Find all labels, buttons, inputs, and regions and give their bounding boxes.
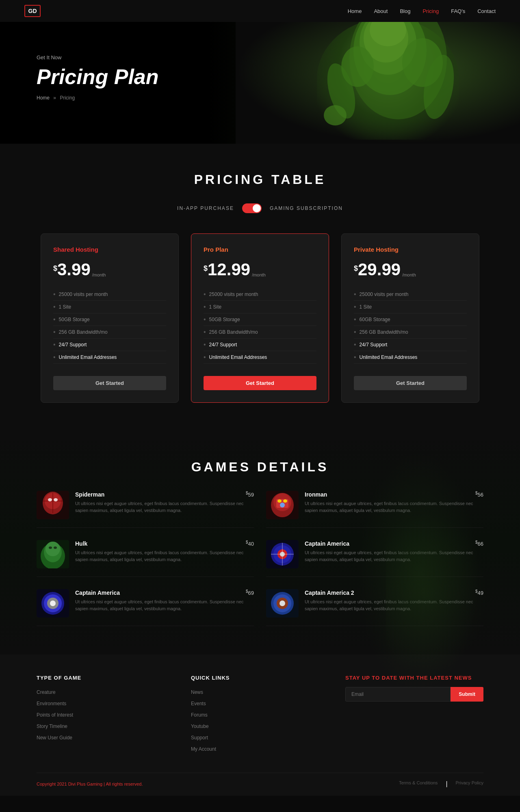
captain3-thumbnail (266, 589, 299, 618)
navbar: GD Home About Blog Pricing FAQ's Contact (0, 0, 520, 22)
spiderman-thumbnail (37, 491, 69, 519)
footer-link-points[interactable]: Points of Interest (37, 712, 73, 718)
svg-point-41 (50, 600, 56, 606)
footer-col1-links: Creature Environments Points of Interest… (37, 688, 175, 741)
game-item-captain1: Captain America $66 Ut ultrices nisi ege… (266, 540, 483, 577)
pricing-section: PRICING TABLE IN-APP PURCHASE GAMING SUB… (0, 144, 520, 431)
game-info-spiderman: Spiderman $59 Ut ultrices nisi eget augu… (75, 491, 254, 519)
plan-name-pro: Pro Plan (204, 246, 316, 253)
price-period-3: /month (402, 272, 416, 277)
game-thumb-ironman (266, 491, 299, 519)
price-period-1: /month (92, 272, 106, 277)
game-name-captain3: Captain America 2 (305, 590, 354, 596)
billing-toggle-row: IN-APP PURCHASE GAMING SUBSCRIPTION (37, 203, 483, 213)
ironman-thumbnail (266, 491, 299, 519)
footer-link-creature[interactable]: Creature (37, 689, 56, 695)
nav-home[interactable]: Home (348, 8, 362, 14)
feature-item: 25000 visits per month (354, 288, 467, 301)
footer-link-support[interactable]: Support (191, 735, 208, 741)
footer-link-forums[interactable]: Forums (191, 712, 208, 718)
game-thumb-spiderman (37, 491, 69, 519)
svg-point-29 (54, 546, 57, 549)
svg-point-28 (49, 546, 52, 549)
game-item-spiderman: Spiderman $59 Ut ultrices nisi eget augu… (37, 491, 254, 528)
game-item-ironman: Ironman $56 Ut ultrices nisi eget augue … (266, 491, 483, 528)
game-price-spiderman: $59 (246, 491, 254, 498)
get-started-button-pro[interactable]: Get Started (204, 376, 316, 390)
footer-link-news[interactable]: News (191, 689, 203, 695)
footer-col-game-types: TYPE OF GAME Creature Environments Point… (37, 675, 175, 756)
svg-point-46 (280, 600, 285, 606)
price-amount-3: 29.99 (358, 261, 401, 278)
game-desc-captain1: Ut ultrices nisi eget augue ultrices, eg… (305, 549, 483, 563)
pricing-section-title: PRICING TABLE (37, 172, 483, 187)
footer-link-myaccount[interactable]: My Account (191, 746, 216, 752)
footer-link-separator: | (446, 780, 447, 788)
game-item-hulk: Hulk $40 Ut ultrices nisi eget augue ult… (37, 540, 254, 577)
toggle-thumb (253, 204, 261, 212)
footer-link-story[interactable]: Story Timeline (37, 723, 67, 729)
feature-item: 60GB Storage (354, 313, 467, 326)
svg-point-15 (48, 498, 52, 501)
nav-faqs[interactable]: FAQ's (451, 8, 465, 14)
game-name-ironman: Ironman (305, 491, 327, 498)
plan-name-private: Private Hosting (354, 246, 467, 253)
plan-name-shared: Shared Hosting (53, 246, 166, 253)
privacy-link[interactable]: Privacy Policy (456, 780, 483, 788)
game-info-hulk: Hulk $40 Ut ultrices nisi eget augue ult… (75, 540, 254, 568)
feature-item: 256 GB Bandwidth/mo (53, 326, 166, 339)
game-info-captain3: Captain America 2 $49 Ut ultrices nisi e… (305, 589, 483, 618)
game-thumb-captain2 (37, 589, 69, 618)
plan-price-pro: $ 12.99 /month (204, 261, 316, 278)
hero-content: Get It Now Pricing Plan Home » Pricing (0, 22, 520, 133)
game-desc-ironman: Ut ultrices nisi eget augue ultrices, eg… (305, 500, 483, 514)
terms-link[interactable]: Terms & Conditions (399, 780, 438, 788)
feature-item: 1 Site (204, 301, 316, 313)
plan-features-shared: 25000 visits per month 1 Site 50GB Stora… (53, 288, 166, 364)
feature-item: 1 Site (354, 301, 467, 313)
footer-link-environments[interactable]: Environments (37, 701, 66, 706)
breadcrumb: Home » Pricing (37, 95, 483, 101)
nav-pricing[interactable]: Pricing (422, 8, 439, 14)
footer-link-youtube[interactable]: Youtube (191, 723, 209, 729)
game-info-captain1: Captain America $66 Ut ultrices nisi ege… (305, 540, 483, 568)
plan-features-private: 25000 visits per month 1 Site 60GB Stora… (354, 288, 467, 364)
game-header-spiderman: Spiderman $59 (75, 491, 254, 498)
feature-item-highlight: Unlimited Email Addresses (354, 351, 467, 364)
pricing-card-pro: Pro Plan $ 12.99 /month 25000 visits per… (191, 233, 329, 403)
brand-name: Divi Plus Gaming (68, 782, 102, 786)
footer-col2-links: News Events Forums Youtube Support My Ac… (191, 688, 329, 752)
captain1-thumbnail (266, 540, 299, 568)
game-header-hulk: Hulk $40 (75, 540, 254, 547)
footer-link-events[interactable]: Events (191, 701, 206, 706)
price-dollar-1: $ (53, 264, 57, 273)
game-desc-captain3: Ut ultrices nisi eget augue ultrices, eg… (305, 598, 483, 612)
game-header-ironman: Ironman $56 (305, 491, 483, 498)
svg-point-16 (54, 498, 58, 501)
price-period-2: /month (252, 272, 266, 277)
feature-item: 50GB Storage (53, 313, 166, 326)
game-price-captain1: $66 (475, 540, 483, 547)
footer-link-newuser[interactable]: New User Guide (37, 735, 72, 741)
feature-item: 256 GB Bandwidth/mo (354, 326, 467, 339)
game-desc-captain2: Ut ultrices nisi eget augue ultrices, eg… (75, 598, 254, 612)
billing-toggle[interactable] (242, 203, 262, 213)
pricing-cards-container: Shared Hosting $ 3.99 /month 25000 visit… (37, 233, 483, 403)
footer-col-quick-links: QUICK LINKS News Events Forums Youtube S… (191, 675, 329, 756)
pricing-card-shared: Shared Hosting $ 3.99 /month 25000 visit… (41, 233, 179, 403)
price-dollar-2: $ (204, 264, 208, 273)
game-name-spiderman: Spiderman (75, 491, 104, 498)
price-dollar-3: $ (354, 264, 358, 273)
breadcrumb-home[interactable]: Home (37, 95, 50, 101)
nav-blog[interactable]: Blog (400, 8, 410, 14)
nav-about[interactable]: About (374, 8, 388, 14)
nav-contact[interactable]: Contact (477, 8, 496, 14)
game-thumb-captain1 (266, 540, 299, 568)
plan-price-private: $ 29.99 /month (354, 261, 467, 278)
get-started-button-shared[interactable]: Get Started (53, 376, 166, 390)
get-started-button-private[interactable]: Get Started (354, 376, 467, 390)
breadcrumb-separator: » (53, 95, 57, 101)
feature-item: 256 GB Bandwidth/mo (204, 326, 316, 339)
game-name-hulk: Hulk (75, 540, 87, 547)
game-price-captain3: $49 (475, 589, 483, 596)
